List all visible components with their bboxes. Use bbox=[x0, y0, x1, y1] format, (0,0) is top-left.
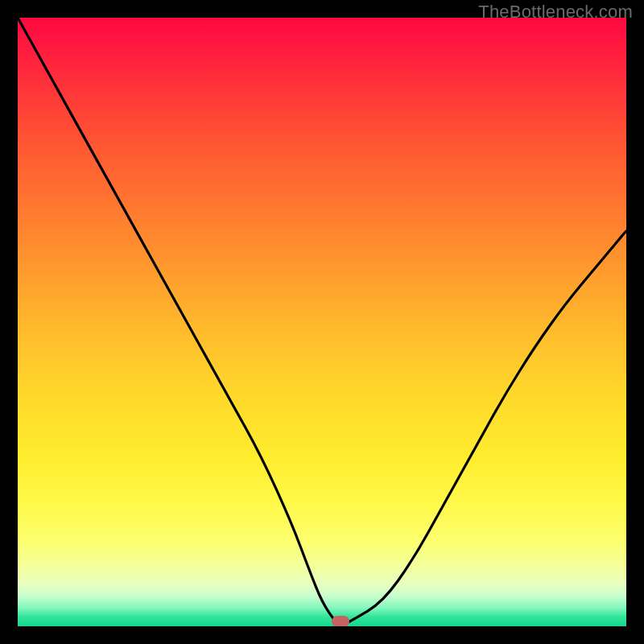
watermark-text: TheBottleneck.com bbox=[478, 2, 633, 23]
optimum-marker bbox=[332, 616, 349, 626]
bottleneck-curve bbox=[18, 18, 626, 626]
chart-frame: TheBottleneck.com bbox=[0, 0, 644, 644]
plot-area bbox=[18, 18, 626, 626]
